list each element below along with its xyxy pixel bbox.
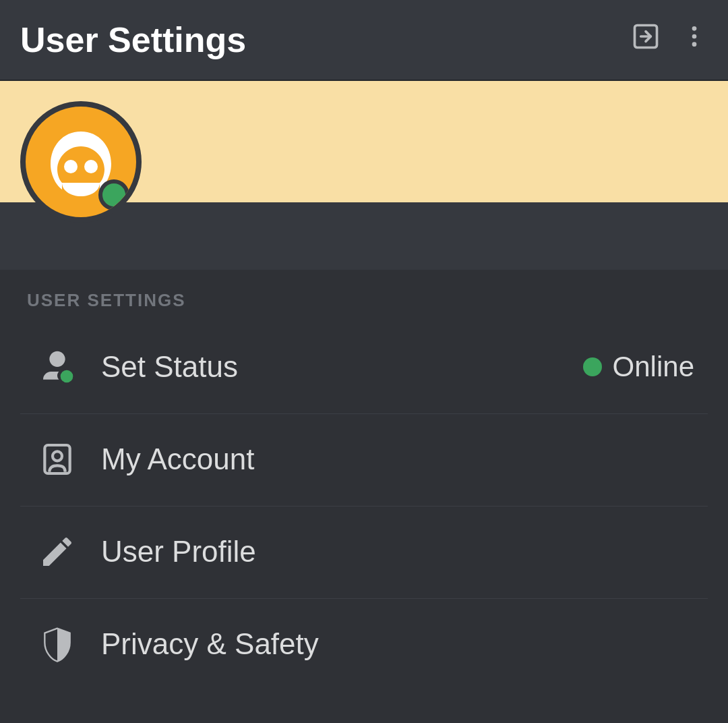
- my-account-label: My Account: [101, 442, 694, 476]
- profile-banner: [0, 81, 728, 202]
- menu-item-my-account[interactable]: My Account: [20, 417, 708, 502]
- divider-3: [20, 598, 708, 599]
- menu-item-privacy-safety[interactable]: Privacy & Safety: [20, 602, 708, 687]
- header: User Settings: [0, 0, 728, 81]
- divider-2: [20, 506, 708, 507]
- divider-1: [20, 413, 708, 414]
- user-profile-label: User Profile: [101, 535, 694, 569]
- menu-item-set-status[interactable]: Set Status Online: [20, 324, 708, 409]
- svg-point-6: [61, 370, 73, 383]
- online-status-label: Online: [613, 351, 694, 383]
- exit-icon[interactable]: [631, 22, 661, 58]
- status-display: Online: [583, 351, 694, 383]
- svg-point-4: [64, 160, 78, 173]
- svg-point-2: [692, 34, 697, 39]
- settings-content: USER SETTINGS Set Status Online My Accou…: [0, 277, 728, 704]
- section-label: USER SETTINGS: [20, 290, 708, 311]
- user-profile-icon: [34, 528, 81, 575]
- svg-point-5: [84, 160, 98, 173]
- my-account-icon: [34, 436, 81, 483]
- set-status-icon: [34, 343, 81, 391]
- svg-point-1: [692, 26, 697, 31]
- status-indicator: [98, 179, 129, 210]
- header-actions: [631, 22, 708, 58]
- page-title: User Settings: [20, 20, 246, 60]
- menu-item-user-profile[interactable]: User Profile: [20, 509, 708, 594]
- privacy-safety-icon: [34, 620, 81, 668]
- online-status-dot: [583, 357, 602, 376]
- privacy-safety-label: Privacy & Safety: [101, 627, 694, 661]
- svg-point-3: [692, 42, 697, 47]
- avatar: [20, 101, 142, 223]
- more-options-icon[interactable]: [681, 23, 708, 57]
- svg-point-8: [53, 451, 62, 461]
- avatar-wrapper: [20, 101, 142, 223]
- set-status-label: Set Status: [101, 350, 583, 384]
